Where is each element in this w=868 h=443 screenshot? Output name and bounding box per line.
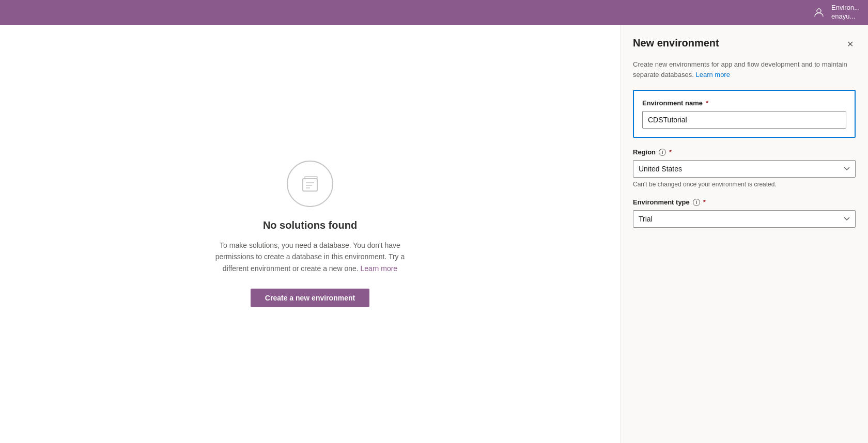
env-type-required: * [703, 198, 706, 206]
content-area: No solutions found To make solutions, yo… [0, 25, 620, 443]
region-select-wrapper: United States Europe Asia Pacific Austra… [633, 160, 856, 178]
env-type-label: Environment type i * [633, 198, 856, 206]
env-name-section: Environment name * [633, 90, 856, 138]
region-group: Region i * United States Europe Asia Pac… [633, 148, 856, 188]
env-type-select-wrapper: Trial Production Sandbox [633, 210, 856, 228]
no-solutions-title: No solutions found [263, 219, 357, 231]
env-name-required: * [706, 99, 708, 107]
panel-learn-more-link[interactable]: Learn more [695, 71, 730, 78]
side-panel: New environment ✕ Create new environment… [620, 25, 868, 443]
top-bar: Environ... enayu... [0, 0, 868, 25]
environment-icon [811, 4, 827, 21]
region-label: Region i * [633, 148, 856, 156]
env-type-group: Environment type i * Trial Production Sa… [633, 198, 856, 228]
region-info-icon[interactable]: i [659, 149, 666, 156]
env-name-label: Environment name * [642, 99, 846, 107]
main-layout: No solutions found To make solutions, yo… [0, 25, 868, 443]
topbar-env-label: Environ... [831, 4, 860, 12]
panel-title: New environment [633, 37, 719, 49]
panel-body: Environment name * Region i * United Sta… [621, 90, 868, 238]
svg-point-0 [817, 9, 821, 13]
topbar-right: Environ... enayu... [811, 4, 860, 21]
panel-description: Create new environments for app and flow… [621, 59, 868, 90]
env-type-info-icon[interactable]: i [693, 199, 700, 206]
learn-more-link[interactable]: Learn more [361, 264, 398, 273]
region-required: * [669, 148, 672, 156]
region-hint: Can't be changed once your environment i… [633, 181, 856, 188]
topbar-user-label: enayu... [831, 12, 860, 21]
panel-close-button[interactable]: ✕ [845, 37, 856, 51]
topbar-env-user: Environ... enayu... [831, 4, 860, 21]
svg-rect-1 [303, 179, 317, 191]
env-type-select[interactable]: Trial Production Sandbox [633, 210, 856, 228]
no-solutions-icon [287, 161, 333, 207]
region-select[interactable]: United States Europe Asia Pacific Austra… [633, 160, 856, 178]
no-solutions-desc: To make solutions, you need a database. … [202, 240, 419, 274]
env-name-input[interactable] [642, 111, 846, 129]
create-new-environment-button[interactable]: Create a new environment [251, 289, 369, 307]
svg-rect-2 [305, 177, 317, 179]
panel-header: New environment ✕ [621, 25, 868, 59]
